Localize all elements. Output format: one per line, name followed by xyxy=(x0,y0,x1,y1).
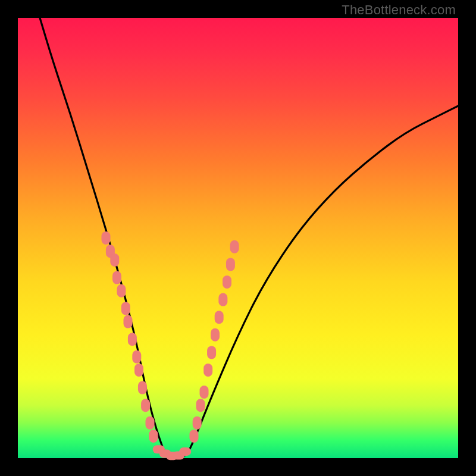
data-marker xyxy=(128,333,137,346)
data-marker xyxy=(215,311,224,324)
data-marker xyxy=(203,364,212,377)
chart-frame: TheBottleneck.com xyxy=(0,0,476,476)
data-marker xyxy=(190,430,199,443)
marker-group-left xyxy=(102,231,158,443)
data-marker xyxy=(112,271,121,284)
data-marker xyxy=(110,253,119,267)
data-marker xyxy=(226,258,235,271)
data-marker xyxy=(211,328,220,342)
data-marker xyxy=(146,416,155,430)
data-marker xyxy=(223,275,231,289)
plot-area xyxy=(18,18,458,458)
data-marker xyxy=(149,430,158,443)
marker-group-right xyxy=(190,240,239,443)
data-marker xyxy=(196,399,205,412)
data-marker xyxy=(218,293,227,306)
data-marker xyxy=(207,346,216,359)
marker-group-bottom xyxy=(153,445,191,460)
data-marker xyxy=(138,381,147,394)
data-marker xyxy=(193,416,202,430)
data-marker xyxy=(102,231,111,245)
bottleneck-curve xyxy=(18,18,458,458)
data-marker xyxy=(132,350,141,364)
data-marker xyxy=(117,284,126,298)
data-marker xyxy=(230,240,239,253)
data-marker xyxy=(134,364,143,377)
data-marker xyxy=(141,399,150,412)
attribution-label: TheBottleneck.com xyxy=(342,2,456,18)
data-marker xyxy=(121,302,130,315)
data-marker xyxy=(200,386,209,399)
data-marker xyxy=(124,315,133,328)
data-marker xyxy=(179,447,191,456)
